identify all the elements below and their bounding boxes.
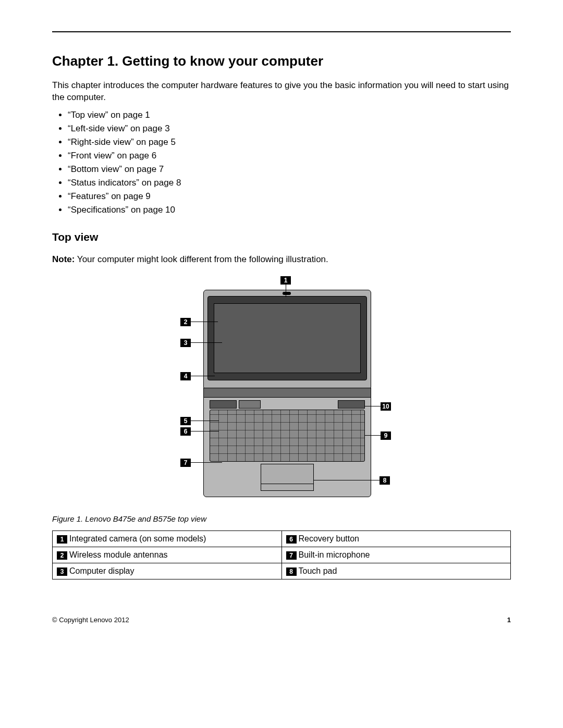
- callout-number: 4: [180, 372, 191, 380]
- laptop-screen: [214, 303, 361, 373]
- callout-number: 10: [381, 402, 391, 411]
- legend-text: Touch pad: [299, 566, 337, 575]
- legend-text: Wireless module antennas: [69, 550, 168, 559]
- intro-paragraph: This chapter introduces the computer har…: [52, 80, 511, 104]
- laptop-diagram: 1 2 3 4 5 6 7 10: [146, 275, 417, 504]
- toc-item: “Right-side view” on page 5: [68, 137, 511, 147]
- callout-8: 8: [314, 476, 390, 485]
- callout-7: 7: [180, 459, 222, 467]
- legend-number: 6: [286, 535, 297, 544]
- note-paragraph: Note: Your computer might look different…: [52, 254, 511, 266]
- figure-caption: Figure 1. Lenovo B475e and B575e top vie…: [52, 514, 511, 524]
- callout-number: 8: [380, 476, 390, 485]
- legend-cell: 2Wireless module antennas: [53, 547, 282, 563]
- laptop-hinge: [203, 388, 371, 398]
- legend-number: 1: [57, 535, 67, 544]
- legend-text: Computer display: [69, 566, 134, 575]
- laptop-keyboard: [210, 410, 365, 462]
- page-footer: © Copyright Lenovo 2012 1: [52, 616, 511, 624]
- chapter-title: Chapter 1. Getting to know your computer: [52, 53, 511, 69]
- callout-2: 2: [180, 318, 218, 326]
- callout-number: 5: [180, 417, 191, 425]
- toc-item: “Status indicators” on page 8: [68, 178, 511, 188]
- callout-number: 2: [180, 318, 191, 326]
- callout-number: 9: [381, 431, 391, 440]
- legend-cell: 8Touch pad: [282, 563, 511, 579]
- callout-number: 1: [280, 276, 291, 285]
- legend-number: 7: [286, 551, 297, 560]
- legend-cell: 3Computer display: [53, 563, 282, 579]
- callout-3: 3: [180, 339, 222, 347]
- footer-page-number: 1: [507, 616, 511, 624]
- callout-5: 5: [180, 417, 219, 425]
- toc-item: “Bottom view” on page 7: [68, 164, 511, 175]
- laptop-speaker-left: [210, 400, 237, 409]
- toc-item: “Front view” on page 6: [68, 151, 511, 161]
- footer-copyright: © Copyright Lenovo 2012: [52, 616, 129, 624]
- figure-top-view: 1 2 3 4 5 6 7 10: [52, 275, 511, 504]
- section-heading-top-view: Top view: [52, 231, 511, 243]
- legend-cell: 7Built-in microphone: [282, 547, 511, 563]
- callout-number: 7: [180, 459, 191, 467]
- table-row: 3Computer display 8Touch pad: [53, 563, 511, 579]
- note-label: Note:: [52, 254, 75, 264]
- legend-text: Built-in microphone: [299, 550, 370, 559]
- table-row: 1Integrated camera (on some models) 6Rec…: [53, 531, 511, 547]
- toc-item: “Specifications” on page 10: [68, 205, 511, 215]
- callout-number: 3: [180, 339, 191, 347]
- callout-6: 6: [180, 427, 219, 436]
- legend-text: Integrated camera (on some models): [69, 534, 206, 543]
- legend-cell: 1Integrated camera (on some models): [53, 531, 282, 547]
- legend-number: 8: [286, 567, 297, 576]
- callout-1: 1: [280, 276, 291, 297]
- callout-9: 9: [365, 431, 391, 440]
- toc-item: “Features” on page 9: [68, 191, 511, 202]
- legend-text: Recovery button: [299, 534, 360, 543]
- toc-list: “Top view” on page 1 “Left-side view” on…: [52, 110, 511, 215]
- legend-number: 3: [57, 567, 67, 576]
- laptop-power-area: [239, 400, 261, 409]
- toc-item: “Top view” on page 1: [68, 110, 511, 120]
- callout-10: 10: [365, 402, 391, 411]
- laptop-touchpad: [261, 464, 314, 491]
- legend-cell: 6Recovery button: [282, 531, 511, 547]
- note-text: Your computer might look different from …: [75, 254, 328, 264]
- toc-item: “Left-side view” on page 3: [68, 124, 511, 134]
- top-horizontal-rule: [52, 31, 511, 32]
- laptop-speaker-right: [338, 400, 365, 409]
- callout-4: 4: [180, 372, 215, 380]
- table-row: 2Wireless module antennas 7Built-in micr…: [53, 547, 511, 563]
- legend-number: 2: [57, 551, 67, 560]
- legend-table: 1Integrated camera (on some models) 6Rec…: [52, 530, 511, 579]
- callout-number: 6: [180, 427, 191, 436]
